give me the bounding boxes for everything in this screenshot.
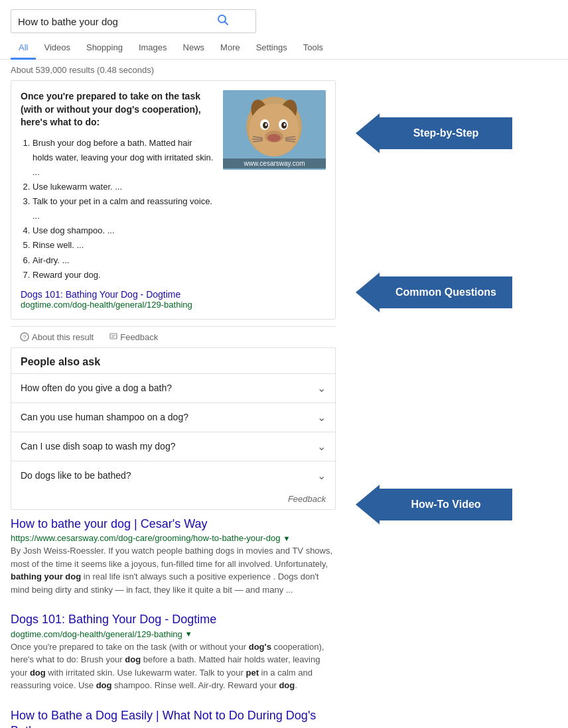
annotation-step-by-step-label: Step-by-Step <box>380 117 512 150</box>
search-result-3: How to Bathe a Dog Easily | What Not to … <box>11 708 336 729</box>
result-1-dropdown[interactable]: ▼ <box>283 534 291 542</box>
snippet-step-1: Brush your dog before a bath. Matted hai… <box>33 136 215 180</box>
result-1-url-wrap: https://www.cesarsway.com/dog-care/groom… <box>11 533 336 543</box>
paa-chevron-2: ⌄ <box>317 411 326 424</box>
search-input[interactable] <box>18 16 217 27</box>
svg-point-14 <box>267 134 281 142</box>
result-2-url-wrap: dogtime.com/dog-health/general/129-bathi… <box>11 629 336 639</box>
paa-question-1-text: How often do you give a dog a bath? <box>21 383 172 393</box>
feedback-label: Feedback <box>120 332 158 342</box>
snippet-step-4: Use dog shampoo. ... <box>33 223 215 238</box>
right-column: Step-by-Step Common Questions How-To Vid… <box>336 80 557 728</box>
search-bar[interactable] <box>11 9 256 33</box>
snippet-step-5: Rinse well. ... <box>33 238 215 253</box>
paa-question-2-text: Can you use human shampoo on a dog? <box>21 412 188 422</box>
annotation-how-to-video: How-To Video <box>356 485 557 524</box>
nav-tabs: All Videos Shopping Images News More Set… <box>0 33 568 60</box>
paa-chevron-1: ⌄ <box>317 382 326 394</box>
snippet-steps: Brush your dog before a bath. Matted hai… <box>21 136 215 282</box>
paa-question-2[interactable]: Can you use human shampoo on a dog? ⌄ <box>11 402 335 432</box>
main-layout: Once you're prepared to take on the task… <box>0 80 568 728</box>
result-2-dropdown[interactable]: ▼ <box>185 630 192 638</box>
svg-line-1 <box>225 22 228 25</box>
svg-point-6 <box>249 103 299 156</box>
snippet-link[interactable]: Dogs 101: Bathing Your Dog - Dogtime dog… <box>21 289 326 310</box>
tab-news[interactable]: News <box>175 37 213 60</box>
svg-point-12 <box>284 123 286 126</box>
result-1-title[interactable]: How to bathe your dog | Cesar's Way <box>11 516 336 532</box>
people-also-ask: People also ask How often do you give a … <box>11 347 336 510</box>
annotation-common-questions: Common Questions <box>356 273 557 312</box>
snippet-step-2: Use lukewarm water. ... <box>33 180 215 194</box>
result-count: About 539,000 results (0.48 seconds) <box>0 60 568 80</box>
result-1-url: https://www.cesarsway.com/dog-care/groom… <box>11 533 281 543</box>
paa-question-3-text: Can I use dish soap to wash my dog? <box>21 441 175 452</box>
snippet-text: Once you're prepared to take on the task… <box>21 90 215 282</box>
arrow-shape-2 <box>356 273 380 312</box>
search-result-1: How to bathe your dog | Cesar's Way http… <box>11 516 336 596</box>
result-2-snippet: Once you're prepared to take on the task… <box>11 640 336 692</box>
result-2-title[interactable]: Dogs 101: Bathing Your Dog - Dogtime <box>11 612 336 627</box>
snippet-step-3: Talk to your pet in a calm and reassurin… <box>33 194 215 223</box>
paa-chevron-4: ⌄ <box>317 469 326 482</box>
tab-shopping[interactable]: Shopping <box>78 37 131 60</box>
meta-bar: ? About this result Feedback <box>11 326 336 347</box>
feedback-link[interactable]: Feedback <box>109 332 158 342</box>
svg-text:?: ? <box>23 334 26 341</box>
tab-settings[interactable]: Settings <box>248 37 295 60</box>
paa-feedback[interactable]: Feedback <box>11 490 335 509</box>
snippet-title: Once you're prepared to take on the task… <box>21 90 215 129</box>
result-3-title[interactable]: How to Bathe a Dog Easily | What Not to … <box>11 708 336 729</box>
search-bar-area <box>0 0 568 33</box>
tab-tools[interactable]: Tools <box>295 37 331 60</box>
result-1-snippet: By Josh Weiss-Roessler. If you watch peo… <box>11 544 336 596</box>
arrow-shape-3 <box>356 485 380 524</box>
tab-images[interactable]: Images <box>131 37 175 60</box>
snippet-step-6: Air-dry. ... <box>33 253 215 268</box>
svg-point-11 <box>265 123 267 126</box>
paa-question-1[interactable]: How often do you give a dog a bath? ⌄ <box>11 373 335 402</box>
featured-snippet: Once you're prepared to take on the task… <box>11 80 336 320</box>
left-column: Once you're prepared to take on the task… <box>11 80 336 728</box>
snippet-link-title[interactable]: Dogs 101: Bathing Your Dog - Dogtime <box>21 289 180 300</box>
search-button[interactable] <box>217 14 229 29</box>
paa-question-3[interactable]: Can I use dish soap to wash my dog? ⌄ <box>11 432 335 461</box>
search-result-2: Dogs 101: Bathing Your Dog - Dogtime dog… <box>11 612 336 692</box>
snippet-link-url: dogtime.com/dog-health/general/129-bathi… <box>21 300 326 310</box>
about-result-label: About this result <box>32 332 94 342</box>
tab-videos[interactable]: Videos <box>36 37 78 60</box>
arrow-shape-1 <box>356 113 380 153</box>
annotation-common-questions-label: Common Questions <box>380 276 512 309</box>
annotation-how-to-video-label: How-To Video <box>380 489 512 521</box>
image-label: www.cesarsway.com <box>223 158 326 168</box>
annotation-step-by-step: Step-by-Step <box>356 113 557 153</box>
paa-question-4-text: Do dogs like to be bathed? <box>21 470 131 481</box>
about-result[interactable]: ? About this result <box>20 332 94 342</box>
paa-chevron-3: ⌄ <box>317 440 326 453</box>
paa-title: People also ask <box>11 348 335 373</box>
snippet-step-7: Reward your dog. <box>33 268 215 282</box>
svg-rect-23 <box>110 334 117 339</box>
snippet-image: www.cesarsway.com <box>223 90 326 170</box>
tab-all[interactable]: All <box>11 37 36 60</box>
paa-question-4[interactable]: Do dogs like to be bathed? ⌄ <box>11 461 335 490</box>
tab-more[interactable]: More <box>212 37 248 60</box>
result-2-url: dogtime.com/dog-health/general/129-bathi… <box>11 629 182 639</box>
